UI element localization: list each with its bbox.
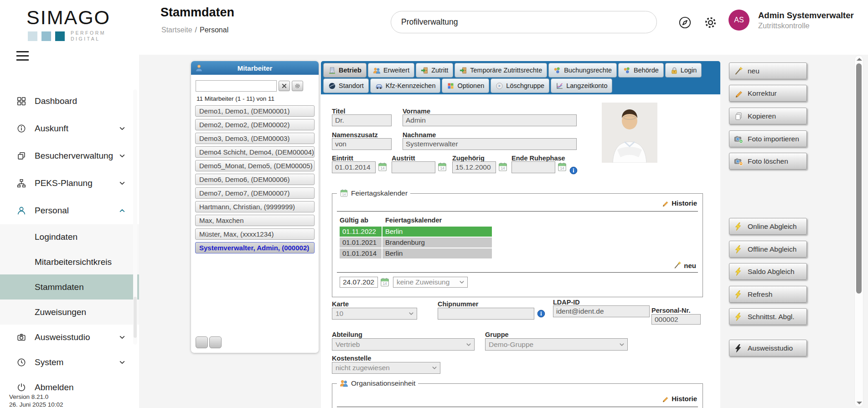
calendar-icon[interactable] — [437, 162, 447, 172]
clear-search-button[interactable] — [279, 81, 290, 91]
nachname-field[interactable] — [403, 138, 577, 150]
neu-button[interactable]: neu — [729, 62, 807, 79]
holiday-table-row[interactable]: 01.01.2021Brandenburg — [340, 238, 492, 248]
sidebar-item-dashboard[interactable]: Dashboard — [0, 88, 139, 115]
ausweisstudio-button[interactable]: Ausweisstudio — [729, 340, 807, 356]
tab-temporäre-zutrittsrechte[interactable]: Temporäre Zutrittsrechte — [455, 63, 547, 77]
historie-link[interactable]: Historie — [661, 199, 697, 207]
gruppe-select[interactable]: Demo-Gruppe — [485, 338, 628, 351]
zugehoerig-field[interactable] — [452, 161, 496, 173]
sidebar-item-besucherverwaltung[interactable]: Besucherverwaltung — [0, 142, 139, 170]
tab-buchungsrechte[interactable]: Buchungsrechte — [548, 63, 617, 77]
vertical-scrollbar[interactable] — [854, 55, 863, 407]
namenszusatz-field[interactable] — [332, 138, 392, 150]
search-input[interactable] — [391, 11, 657, 33]
new-valid-from-field[interactable] — [340, 277, 378, 288]
gear-icon[interactable] — [703, 15, 718, 30]
employee-list-item[interactable]: Demo7, Demo7, (DEM00007) — [195, 187, 315, 199]
valid-from-cell: 01.11.2022 — [340, 227, 382, 237]
employee-list-item[interactable]: Systemverwalter, Admin, (000002) — [195, 242, 315, 253]
info-icon[interactable] — [537, 310, 545, 318]
sidebar-item-personal[interactable]: Personal — [0, 197, 139, 224]
breadcrumb-home[interactable]: Startseite — [161, 26, 192, 34]
personal-nr-field[interactable] — [651, 314, 701, 325]
vorname-field[interactable] — [403, 114, 577, 126]
calendar-cell: Brandenburg — [382, 238, 492, 248]
employee-search-input[interactable] — [196, 80, 277, 92]
power-icon — [16, 382, 26, 393]
offline-abgleich-button[interactable]: Offline Abgleich — [729, 241, 807, 258]
abteilung-select[interactable]: Vertrieb — [332, 338, 475, 351]
chipnummer-field[interactable] — [438, 308, 534, 320]
eintritt-field[interactable] — [332, 161, 376, 173]
assignment-select[interactable]: keine Zuweisung — [393, 277, 468, 288]
pager-next-button[interactable] — [209, 336, 222, 348]
employee-list-item[interactable]: Müster, Max, (xxxx1234) — [195, 228, 315, 240]
tab-erweitert[interactable]: Erweitert — [368, 63, 414, 77]
sidebar-subitem-stammdaten[interactable]: Stammdaten — [0, 274, 139, 300]
sidebar-item-auskunft[interactable]: Auskunft — [0, 115, 139, 142]
korrektur-button[interactable]: Korrektur — [729, 85, 807, 102]
austritt-field[interactable] — [392, 161, 435, 173]
sidebar-subitem-logindaten[interactable]: Logindaten — [0, 224, 139, 249]
online-abgleich-button[interactable]: Online Abgleich — [729, 218, 807, 235]
scroll-up-icon[interactable] — [857, 58, 862, 61]
holiday-table-row[interactable]: 01.11.2022Berlin — [340, 227, 492, 237]
scrollbar-thumb[interactable] — [856, 63, 862, 294]
sidebar-subitem-zuweisungen[interactable]: Zuweisungen — [0, 300, 139, 325]
refresh-button[interactable]: Refresh — [729, 286, 807, 303]
sidebar-item-ausweisstudio[interactable]: Ausweisstudio — [0, 325, 139, 350]
holiday-table-row[interactable]: 01.01.2014Berlin — [340, 248, 492, 258]
employee-list-item[interactable]: Demo6, Demo6, (DEM00006) — [195, 174, 315, 185]
titel-field[interactable] — [332, 114, 392, 126]
karte-select[interactable]: 10 — [332, 308, 417, 320]
employee-list-item[interactable]: Hartmann, Christian, (9999999) — [195, 201, 315, 212]
kopieren-button[interactable]: Kopieren — [729, 108, 807, 124]
avatar[interactable]: AS — [728, 10, 749, 31]
tab-behörde[interactable]: Behörde — [618, 63, 664, 77]
tab-optionen[interactable]: Optionen — [442, 78, 489, 93]
tab-langzeitkonto[interactable]: Langzeitkonto — [551, 78, 612, 93]
calendar-icon[interactable] — [377, 162, 388, 172]
schnittst-abgl--button[interactable]: Schnittst. Abgl. — [729, 308, 807, 325]
sidebar-item-system[interactable]: System — [0, 350, 139, 375]
calendar-icon[interactable] — [557, 162, 567, 172]
door-icon — [421, 67, 429, 74]
employee-list-item[interactable]: Demo3, Demo3, (DEM00003) — [195, 133, 315, 144]
menu-toggle-icon[interactable] — [16, 51, 29, 63]
scroll-down-icon[interactable] — [857, 402, 862, 404]
tab-standort[interactable]: Standort — [323, 78, 369, 93]
ende-ruhephase-field[interactable] — [512, 161, 555, 173]
historie-link[interactable]: Historie — [661, 395, 697, 403]
kostenstelle-select[interactable]: nicht zugewiesen — [332, 362, 440, 374]
info-icon[interactable] — [569, 166, 578, 175]
saldo-abgleich-button[interactable]: Saldo Abgleich — [729, 263, 807, 280]
sidebar-scrollbar[interactable] — [133, 89, 137, 345]
sidebar-item-label: Besucherverwaltung — [35, 151, 113, 161]
calendar-icon[interactable] — [498, 162, 508, 172]
chevron-down-icon — [119, 180, 125, 186]
chipnummer-label: Chipnummer — [438, 300, 478, 308]
version-number: Version 8.21.0 — [9, 393, 63, 401]
search-settings-button[interactable] — [292, 81, 303, 91]
chevron-down-icon — [619, 342, 625, 347]
employee-list-item[interactable]: Demo4 Schicht, Demo4, (DEM00004) — [195, 146, 315, 158]
sidebar-item-peks-planung[interactable]: PEKS-Planung — [0, 170, 139, 197]
employee-list-item[interactable]: Demo5_Monat, Demo5, (DEM00005) — [195, 160, 315, 171]
pager-prev-button[interactable] — [196, 336, 208, 348]
foto-löschen-button[interactable]: Foto löschen — [729, 153, 807, 170]
tab-löschgruppe[interactable]: Löschgruppe — [491, 78, 549, 93]
tab-login[interactable]: Login — [665, 63, 702, 77]
employee-list-item[interactable]: Demo1, Demo1, (DEM00001) — [195, 105, 315, 117]
compass-icon[interactable] — [678, 15, 692, 30]
calendar-icon[interactable] — [380, 277, 390, 287]
tab-kfz-kennzeichen[interactable]: Kfz-Kennzeichen — [370, 78, 441, 93]
tab-betrieb[interactable]: Betrieb — [323, 63, 367, 77]
employee-list-item[interactable]: Max, Maxchen — [195, 215, 315, 226]
neu-link[interactable]: neu — [673, 261, 696, 269]
ldap-id-field[interactable] — [553, 305, 650, 317]
sidebar-subitem-mitarbeitersichtkreis[interactable]: Mitarbeitersichtkreis — [0, 249, 139, 274]
employee-list-item[interactable]: Demo2, Demo2, (DEM00002) — [195, 119, 315, 130]
foto-importieren-button[interactable]: Foto importieren — [729, 130, 807, 147]
tab-zutritt[interactable]: Zutritt — [416, 63, 453, 77]
